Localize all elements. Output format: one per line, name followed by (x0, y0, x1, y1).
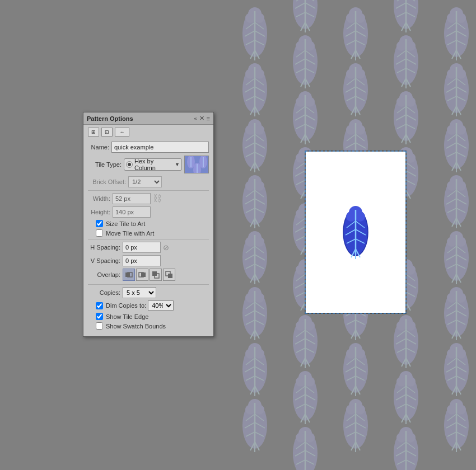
icon-row: ⊞ ⊡ ↔ (83, 125, 213, 139)
dim-copies-label: Dim Copies to: (106, 302, 146, 309)
show-tile-edge-label: Show Tile Edge (106, 313, 148, 320)
tile-radio-inner (128, 163, 131, 166)
move-tile-checkbox[interactable] (96, 229, 103, 237)
v-spacing-label: V Spacing: (88, 257, 120, 264)
dim-copies-row: Dim Copies to: 40% 20% 60% (96, 300, 209, 311)
tile-type-select[interactable]: Hex by Column ▼ (124, 158, 182, 171)
overlap-row: Overlap: (88, 269, 209, 281)
dim-copies-checkbox[interactable] (96, 302, 103, 309)
overlap-btn-2[interactable] (136, 269, 148, 281)
svg-line-13 (218, 17, 223, 25)
svg-line-10 (218, 7, 227, 11)
move-tile-label: Move Tile with Art (106, 230, 154, 237)
name-row: Name: (88, 142, 209, 153)
show-tile-edge-row: Show Tile Edge (96, 313, 209, 320)
width-label: Width: (88, 195, 110, 202)
menu-icon[interactable]: ≡ (207, 115, 210, 122)
width-row: Width: ⛓ (88, 193, 209, 204)
form-area: Name: Tile Type: Hex by Column ▼ (83, 139, 213, 336)
overlap-btn-4[interactable] (163, 269, 175, 281)
divider-3 (88, 284, 209, 285)
brick-offset-label: Brick Offset: (88, 178, 126, 185)
height-row: Height: (88, 206, 209, 218)
tile-radio (126, 161, 133, 168)
name-input[interactable] (111, 142, 209, 153)
tile-thumbnail (184, 156, 209, 173)
width-input[interactable] (113, 193, 151, 204)
h-spacing-row: H Spacing: ⊘ (88, 242, 209, 253)
show-swatch-bounds-label: Show Swatch Bounds (106, 323, 166, 330)
divider-2 (88, 239, 209, 239)
svg-line-8 (218, 0, 228, 3)
v-spacing-row: V Spacing: (88, 255, 209, 266)
brick-offset-row: Brick Offset: 1/2 1/3 1/4 (88, 176, 209, 187)
size-tile-checkbox[interactable] (96, 220, 103, 227)
unlink-icon[interactable]: ⊘ (163, 243, 169, 252)
pattern-options-panel: Pattern Options « ✕ ≡ ⊞ ⊡ ↔ Name: Tile T… (83, 112, 214, 337)
tile-type-label: Tile Type: (88, 161, 122, 168)
tile-icon-1[interactable]: ⊞ (88, 128, 99, 137)
brick-offset-select[interactable]: 1/2 1/3 1/4 (128, 176, 162, 187)
show-tile-edge-checkbox[interactable] (96, 313, 103, 320)
size-tile-label: Size Tile to Art (106, 220, 145, 227)
svg-rect-43 (141, 272, 146, 277)
link-icon[interactable]: ⛓ (153, 194, 162, 204)
overlap-label: Overlap: (88, 271, 120, 278)
close-icon[interactable]: ✕ (199, 115, 204, 122)
size-tile-row: Size Tile to Art (96, 220, 209, 227)
h-spacing-label: H Spacing: (88, 244, 120, 251)
v-spacing-input[interactable] (123, 255, 161, 266)
height-input[interactable] (113, 206, 151, 218)
panel-controls: « ✕ ≡ (194, 115, 210, 122)
chevron-down-icon: ▼ (175, 162, 180, 167)
svg-rect-47 (168, 274, 172, 278)
svg-line-24 (218, 7, 227, 11)
svg-point-0 (218, 0, 231, 24)
copies-label: Copies: (88, 289, 120, 296)
overlap-btn-1[interactable] (123, 269, 135, 281)
copies-select[interactable]: 5 x 5 3 x 3 7 x 7 (123, 287, 156, 298)
collapse-icon[interactable]: « (194, 116, 197, 121)
tile-icon-3[interactable]: ↔ (115, 128, 129, 137)
tile-icon-2[interactable]: ⊡ (101, 128, 113, 137)
copies-row: Copies: 5 x 5 3 x 3 7 x 7 (88, 287, 209, 298)
show-swatch-bounds-checkbox[interactable] (96, 322, 103, 330)
tile-type-row: Tile Type: Hex by Column ▼ (88, 156, 209, 173)
overlap-btn-3[interactable] (150, 269, 162, 281)
height-label: Height: (88, 209, 110, 215)
divider-1 (88, 190, 209, 191)
panel-titlebar: Pattern Options « ✕ ≡ (83, 112, 213, 125)
svg-point-14 (218, 0, 231, 24)
name-label: Name: (88, 144, 109, 151)
svg-line-22 (218, 0, 228, 3)
svg-line-27 (218, 17, 223, 25)
panel-title: Pattern Options (87, 115, 133, 122)
show-swatch-bounds-row: Show Swatch Bounds (96, 322, 209, 330)
move-tile-row: Move Tile with Art (96, 229, 209, 237)
dim-copies-select[interactable]: 40% 20% 60% (148, 300, 174, 311)
tile-type-value: Hex by Column (134, 158, 174, 171)
h-spacing-input[interactable] (123, 242, 161, 253)
